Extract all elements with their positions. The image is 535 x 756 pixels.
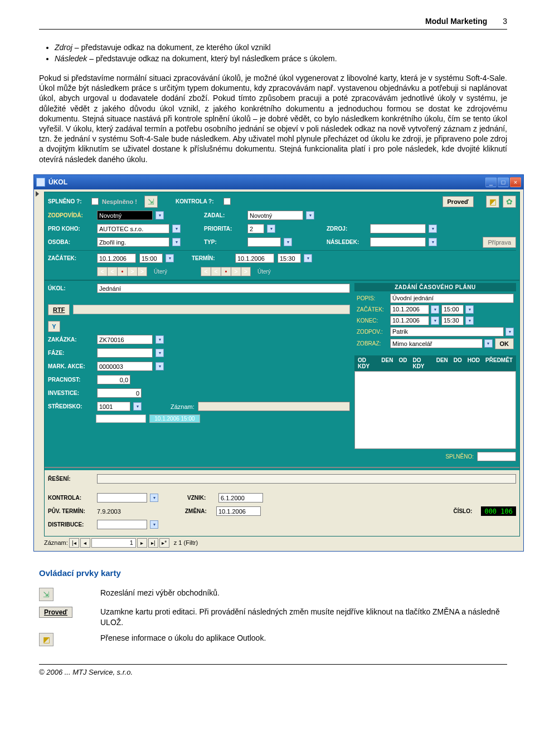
dropdown-icon[interactable]: ▾: [172, 238, 181, 246]
nav-today[interactable]: •: [221, 267, 231, 276]
prokoho-label: PRO KOHO:: [48, 226, 94, 232]
dropdown-icon[interactable]: ▾: [431, 305, 439, 314]
splneno2-field[interactable]: [477, 452, 516, 461]
dropdown-icon[interactable]: ▾: [429, 225, 437, 233]
rtf-button[interactable]: RTF: [48, 304, 70, 315]
nav-prev[interactable]: <: [107, 267, 117, 276]
dropdown-icon[interactable]: ▾: [155, 349, 164, 357]
plan-zacatek-time[interactable]: 15:00: [441, 305, 464, 314]
zakazka-field[interactable]: ZK70016: [97, 335, 153, 344]
nav-prev[interactable]: <: [211, 267, 221, 276]
aux-icon-button[interactable]: ✿: [503, 196, 516, 208]
funnel-icon: Y: [52, 323, 56, 330]
splneno-checkbox[interactable]: [91, 198, 99, 205]
dropdown-icon[interactable]: ▾: [429, 238, 437, 246]
nav-prev-fast[interactable]: <: [97, 267, 107, 276]
close-button[interactable]: ×: [510, 177, 521, 187]
minimize-button[interactable]: _: [485, 177, 497, 187]
dropdown-icon[interactable]: ▾: [150, 494, 158, 502]
termin-nav[interactable]: < < • > >: [201, 267, 251, 276]
priprava-button[interactable]: Příprava: [483, 237, 516, 248]
cislo-label: ČÍSLO:: [453, 508, 478, 514]
dropdown-icon[interactable]: ▾: [155, 362, 164, 370]
zadal-field[interactable]: Novotný: [247, 211, 303, 220]
kontrola-checkbox[interactable]: [223, 198, 231, 205]
plan-zobraz-field[interactable]: Mimo kancelář: [390, 339, 483, 348]
dropdown-icon[interactable]: ▾: [172, 225, 181, 233]
zaznam-field[interactable]: [198, 402, 350, 411]
typ-field[interactable]: [247, 237, 281, 247]
dropdown-icon[interactable]: ▾: [306, 211, 314, 220]
grid-col: HOD: [468, 357, 480, 369]
termin-time-field[interactable]: 15:30: [278, 253, 301, 263]
termin-date-field[interactable]: 10.1.2006: [235, 253, 274, 263]
faze-field[interactable]: [97, 348, 153, 358]
proved-button[interactable]: Proveď: [442, 196, 474, 207]
timestamp-1: 10.1.2006 15:00: [96, 414, 146, 423]
dropdown-icon[interactable]: ▾: [150, 520, 158, 529]
dropdown-icon[interactable]: ▾: [267, 225, 275, 233]
zmena-field[interactable]: 10.1.2006: [216, 506, 261, 516]
recnav-position[interactable]: 1: [91, 538, 136, 548]
zacatek-nav[interactable]: < < • > >: [97, 267, 147, 276]
dropdown-icon[interactable]: ▾: [505, 328, 514, 336]
dropdown-icon[interactable]: ▾: [431, 316, 439, 325]
zacatek-time-field[interactable]: 15:00: [139, 253, 163, 263]
dropdown-icon[interactable]: ▾: [155, 335, 164, 344]
nav-today[interactable]: •: [117, 267, 127, 276]
kontrola2-field[interactable]: [97, 493, 147, 503]
zodpovida-label: ZODPOVÍDÁ:: [48, 212, 94, 218]
investice-field[interactable]: 0: [97, 388, 142, 398]
distribuce-field[interactable]: [97, 520, 147, 529]
pracnost-field[interactable]: 0,0: [97, 375, 130, 384]
outlook-icon: ◩: [489, 197, 497, 206]
nasledek-field[interactable]: [370, 237, 426, 247]
plan-ok-button[interactable]: OK: [495, 338, 514, 349]
dropdown-icon[interactable]: ▾: [304, 254, 312, 262]
nav-prev-fast[interactable]: <: [201, 267, 211, 276]
prokoho-field[interactable]: AUTOTEC s.r.o.: [97, 224, 169, 233]
plan-zodpov-field[interactable]: Patrik: [390, 327, 504, 336]
nav-next-fast[interactable]: >: [241, 267, 251, 276]
recnav-first[interactable]: |◂: [69, 538, 79, 548]
recnav-next[interactable]: ▸: [137, 538, 147, 548]
filter-icon-button[interactable]: Y: [48, 321, 60, 332]
rtf-path-field[interactable]: [73, 305, 350, 314]
dropdown-icon[interactable]: ▾: [166, 254, 174, 262]
dropdown-icon[interactable]: ▾: [155, 211, 164, 220]
plan-konec-date[interactable]: 10.1.2006: [390, 316, 429, 325]
grid-col: DO KDY: [412, 357, 430, 369]
ctrl-outlook-desc: Přenese informace o úkolu do aplikace Ou…: [100, 633, 507, 643]
titlebar[interactable]: ÚKOL _ □ ×: [34, 175, 523, 189]
plan-konec-time[interactable]: 15:30: [441, 316, 464, 325]
nav-next[interactable]: >: [127, 267, 137, 276]
osoba-field[interactable]: Zbořil ing.: [97, 237, 169, 247]
mark-akce-field[interactable]: 0000003: [97, 362, 153, 371]
outlook-icon-button[interactable]: ◩: [486, 196, 499, 208]
zdroj-field[interactable]: [370, 224, 426, 233]
zacatek-date-field[interactable]: 10.1.2006: [97, 253, 136, 263]
nav-next[interactable]: >: [231, 267, 241, 276]
plan-zacatek-date[interactable]: 10.1.2006: [390, 305, 429, 314]
dropdown-icon[interactable]: ▾: [465, 305, 474, 314]
maximize-button[interactable]: □: [498, 177, 509, 187]
dropdown-icon[interactable]: ▾: [133, 402, 142, 411]
ukol-field[interactable]: Jednání: [97, 284, 350, 293]
nav-next-fast[interactable]: >: [137, 267, 147, 276]
recnav-new[interactable]: ▸*: [159, 538, 169, 548]
dropdown-icon[interactable]: ▾: [484, 339, 493, 348]
reseni-field[interactable]: [97, 474, 516, 484]
recnav-prev[interactable]: ◂: [80, 538, 90, 548]
recnav-label: Záznam:: [44, 539, 68, 546]
grid-body[interactable]: [354, 371, 516, 449]
dropdown-icon[interactable]: ▾: [284, 238, 292, 246]
record-selector-icon[interactable]: [36, 191, 41, 199]
zodpovida-field[interactable]: Novotný: [97, 211, 153, 220]
priorita-field[interactable]: 2: [247, 224, 264, 233]
tree-icon-button[interactable]: ⇲: [144, 196, 158, 208]
vznik-field[interactable]: 6.1.2000: [218, 493, 263, 503]
recnav-last[interactable]: ▸|: [148, 538, 158, 548]
plan-popis-field[interactable]: Úvodní jednání: [390, 294, 514, 303]
dropdown-icon[interactable]: ▾: [465, 316, 474, 325]
stredisko-field[interactable]: 1001: [97, 402, 130, 411]
